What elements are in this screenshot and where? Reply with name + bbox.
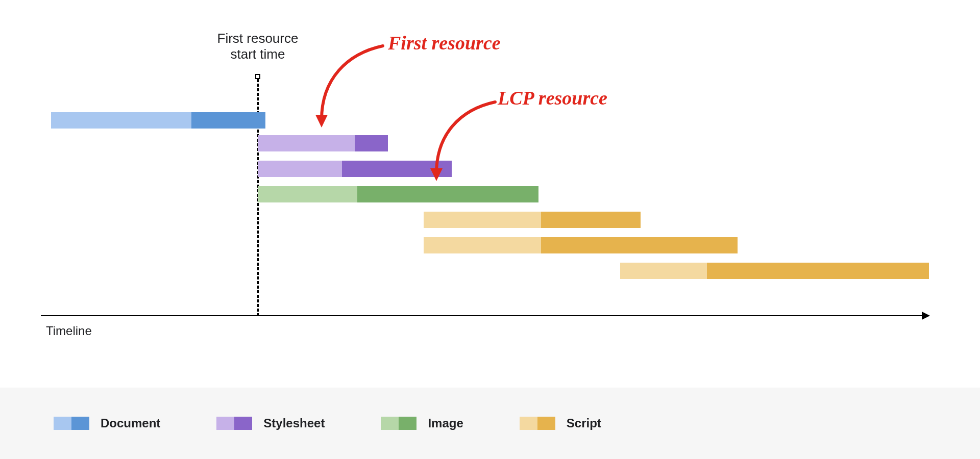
timeline-axis: [41, 315, 929, 316]
first-resource-start-label: First resourcestart time: [191, 31, 324, 62]
arrow-first-resource-icon: [306, 43, 408, 130]
swatch-script: [520, 417, 555, 430]
legend: Document Stylesheet Image Script: [0, 388, 980, 459]
bar-image-lcp: [258, 186, 538, 202]
bar-document: [51, 112, 265, 129]
bar-script-2: [424, 237, 738, 253]
marker-tick-icon: [255, 74, 260, 79]
legend-item-image: Image: [381, 416, 463, 430]
svg-marker-0: [315, 115, 328, 128]
bar-script-1: [424, 212, 641, 228]
bar-stylesheet-2: [258, 161, 452, 177]
svg-marker-1: [430, 168, 443, 181]
swatch-document: [54, 417, 89, 430]
arrow-lcp-resource-icon: [424, 99, 526, 184]
bar-stylesheet-1: [258, 135, 388, 151]
waterfall-chart: First resourcestart time First resource …: [51, 36, 929, 352]
bar-script-3: [620, 263, 929, 279]
legend-label: Stylesheet: [263, 416, 325, 430]
swatch-image: [381, 417, 416, 430]
legend-item-stylesheet: Stylesheet: [216, 416, 325, 430]
legend-label: Image: [428, 416, 463, 430]
timeline-axis-label: Timeline: [46, 324, 92, 338]
marker-label-text: First resourcestart time: [217, 31, 299, 62]
legend-label: Script: [567, 416, 601, 430]
legend-label: Document: [101, 416, 160, 430]
legend-item-script: Script: [520, 416, 601, 430]
swatch-stylesheet: [216, 417, 252, 430]
legend-item-document: Document: [54, 416, 160, 430]
